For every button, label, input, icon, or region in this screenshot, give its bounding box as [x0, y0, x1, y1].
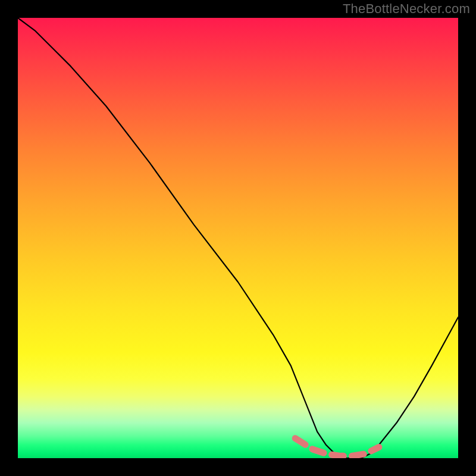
attribution-text: TheBottleNecker.com [343, 1, 470, 17]
bottleneck-curve-line [18, 18, 458, 458]
gradient-plot-area [18, 18, 458, 458]
chart-container: TheBottleNecker.com [0, 0, 476, 476]
curve-overlay [18, 18, 458, 458]
sweet-spot-dots [295, 439, 379, 456]
